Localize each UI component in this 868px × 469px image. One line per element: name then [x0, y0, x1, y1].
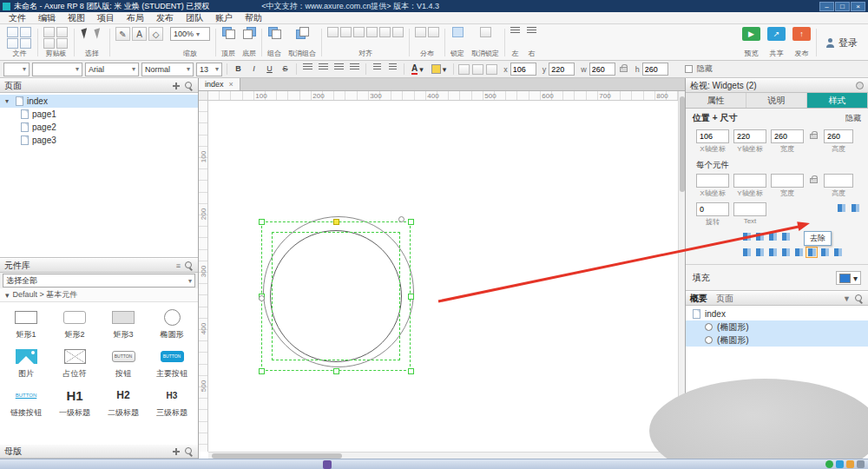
widget-image[interactable]: 图片: [2, 347, 50, 380]
italic-button[interactable]: I: [247, 63, 260, 76]
distribute-horizontal-icon[interactable]: [415, 27, 426, 37]
widget-link-button[interactable]: BUTTON 链接按钮: [2, 386, 50, 419]
tab-properties[interactable]: 属性: [686, 93, 746, 108]
search-icon[interactable]: [185, 82, 194, 90]
menu-help[interactable]: 帮助: [239, 12, 268, 24]
cut-icon[interactable]: [43, 27, 55, 37]
text-align-left-button[interactable]: [301, 63, 314, 76]
chevron-down-icon[interactable]: ▾: [5, 97, 12, 105]
tab-index[interactable]: index ×: [199, 78, 240, 90]
paste-icon[interactable]: [43, 38, 55, 49]
outline-item-index[interactable]: index: [686, 307, 868, 320]
page-tree-item-page2[interactable]: page2: [0, 121, 198, 134]
close-icon[interactable]: ×: [229, 80, 233, 89]
shape-tool-icon[interactable]: ◇: [148, 27, 163, 41]
aspect-ratio-lock-icon[interactable]: [620, 67, 628, 72]
font-color-picker[interactable]: A ▾: [409, 63, 426, 76]
align-right-icon[interactable]: [353, 27, 365, 37]
menu-account[interactable]: 账户: [209, 12, 239, 24]
add-page-icon[interactable]: [172, 82, 181, 90]
menu-team[interactable]: 团队: [180, 12, 209, 24]
x-coordinate-input[interactable]: [696, 129, 729, 143]
tray-input-method-icon[interactable]: [857, 460, 865, 468]
filter-icon[interactable]: ▼: [843, 294, 851, 303]
style-action-button[interactable]: [819, 247, 831, 258]
style-action-button[interactable]: [792, 247, 805, 258]
style-action-button[interactable]: [753, 231, 766, 242]
widget-ellipse[interactable]: 椭圆形: [148, 307, 196, 340]
style-action-button[interactable]: [766, 231, 779, 242]
select-area-cursor-icon[interactable]: [94, 28, 102, 39]
height-input[interactable]: [824, 129, 853, 143]
add-master-icon[interactable]: [172, 447, 181, 456]
tray-network-icon[interactable]: [836, 460, 844, 468]
login-button[interactable]: 登录: [819, 26, 865, 59]
send-to-back-icon[interactable]: [243, 27, 256, 39]
style-action-button[interactable]: [740, 247, 753, 258]
bullet-list-button[interactable]: [371, 63, 384, 76]
menu-file[interactable]: 文件: [3, 12, 32, 24]
tab-notes[interactable]: 说明: [746, 93, 807, 108]
rotate-handle[interactable]: [259, 295, 265, 301]
width-input[interactable]: [771, 129, 804, 143]
ungroup-icon[interactable]: [296, 27, 309, 39]
flip-horizontal-button[interactable]: [835, 202, 847, 214]
style-action-button[interactable]: [740, 231, 753, 242]
align-left-icon[interactable]: [327, 27, 339, 37]
search-icon[interactable]: [855, 294, 864, 303]
format-painter-icon[interactable]: [56, 38, 68, 49]
style-action-button[interactable]: [766, 247, 779, 258]
bold-button[interactable]: B: [232, 63, 245, 76]
horizontal-scrollbar[interactable]: [208, 452, 678, 459]
select-cursor-icon[interactable]: [81, 28, 89, 39]
copy-icon[interactable]: [56, 27, 68, 37]
maximize-button[interactable]: □: [835, 2, 850, 11]
indent-button[interactable]: [386, 63, 399, 76]
publish-button[interactable]: ↑: [792, 27, 811, 41]
resize-handle[interactable]: [259, 368, 265, 374]
minimize-button[interactable]: –: [819, 2, 834, 11]
page-tree-item-page1[interactable]: page1: [0, 108, 198, 121]
font-family-dropdown[interactable]: Arial ▾: [85, 63, 139, 76]
pen-tool-icon[interactable]: ✎: [115, 27, 130, 41]
search-icon[interactable]: [185, 447, 194, 456]
page-tree-item-index[interactable]: ▾ index: [0, 95, 198, 108]
aspect-ratio-lock-icon[interactable]: [810, 134, 818, 139]
aspect-ratio-lock-icon[interactable]: [810, 178, 818, 183]
tray-chat-icon[interactable]: [825, 460, 833, 468]
new-file-icon[interactable]: [7, 27, 18, 37]
widget-rectangle3[interactable]: 矩形3: [99, 307, 148, 340]
widget-heading1[interactable]: H1 一级标题: [50, 386, 99, 419]
width-input[interactable]: [589, 63, 615, 76]
per-widget-height-input[interactable]: [824, 174, 853, 188]
text-align-center-button[interactable]: [317, 63, 330, 76]
widget-placeholder[interactable]: 占位符: [50, 347, 99, 380]
menu-publish[interactable]: 发布: [150, 12, 180, 24]
menu-view[interactable]: 视图: [62, 12, 91, 24]
underline-button[interactable]: U: [263, 63, 276, 76]
widget-primary-button[interactable]: BUTTON 主要按钮: [148, 347, 196, 380]
left-bars-icon[interactable]: [510, 27, 520, 35]
hide-toggle[interactable]: 隐藏: [845, 113, 861, 124]
rotation-input[interactable]: [696, 202, 729, 216]
strikethrough-button[interactable]: S: [279, 63, 292, 76]
text-tool-icon[interactable]: A: [132, 27, 147, 41]
align-bottom-icon[interactable]: [392, 27, 404, 37]
align-middle-icon[interactable]: [379, 27, 391, 37]
open-file-icon[interactable]: [20, 27, 31, 37]
widget-rectangle2[interactable]: 矩形2: [50, 307, 99, 340]
resize-handle[interactable]: [408, 368, 414, 374]
lock-icon[interactable]: [452, 27, 464, 37]
fill-color-picker[interactable]: ▾: [429, 63, 450, 76]
menu-lines-icon[interactable]: ≡: [176, 261, 181, 270]
zoom-dropdown[interactable]: 100% ▾: [170, 27, 210, 41]
arrow-style-icon[interactable]: [486, 64, 497, 75]
tab-pages[interactable]: 页面: [716, 293, 733, 305]
fill-color-dropdown[interactable]: ▾: [836, 271, 861, 285]
align-top-icon[interactable]: [366, 27, 378, 37]
share-button[interactable]: ↗: [767, 27, 786, 41]
widget-heading3[interactable]: H3 三级标题: [148, 386, 196, 419]
search-icon[interactable]: [185, 261, 194, 270]
text-rotation-input[interactable]: [733, 202, 766, 216]
page-tree-item-page3[interactable]: page3: [0, 134, 198, 147]
